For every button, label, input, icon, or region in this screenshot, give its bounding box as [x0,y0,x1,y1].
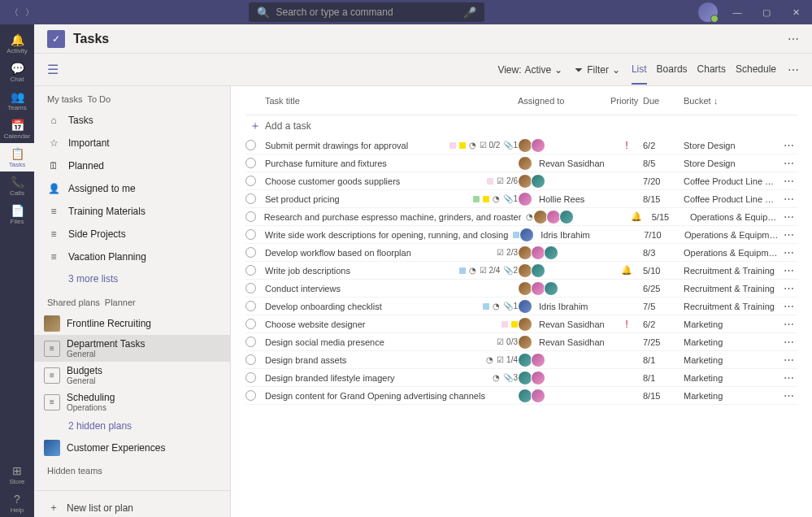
list-item-important[interactable]: ☆Important [34,132,230,154]
complete-radio[interactable] [245,176,256,186]
col-bucket[interactable]: Bucket ↓ [684,96,779,106]
due-date: 6/25 [643,284,684,293]
rail-item-store[interactable]: ⊞Store [0,460,34,489]
row-more-icon[interactable]: ⋯ [780,211,797,223]
row-more-icon[interactable]: ⋯ [779,228,797,241]
rail-label: Help [11,506,24,514]
complete-radio[interactable] [245,301,256,311]
plan-department-tasks[interactable]: ≡Department TasksGeneral [34,335,230,362]
list-item-side-projects[interactable]: ≡Side Projects [34,223,230,245]
table-row[interactable]: Choose website designer Revan Sasidhan !… [245,315,797,333]
row-more-icon[interactable]: ⋯ [779,246,797,258]
row-more-icon[interactable]: ⋯ [779,175,797,187]
rail-item-help[interactable]: ?Help [0,489,34,517]
table-row[interactable]: Design branded lifestyle imagery ◔📎3 8/1… [245,369,797,387]
complete-radio[interactable] [245,140,256,150]
table-row[interactable]: Research and purchase espresso machine, … [245,208,797,226]
complete-radio[interactable] [245,354,256,365]
complete-radio[interactable] [245,158,256,168]
list-item-assigned-to-me[interactable]: 👤Assigned to me [34,177,230,200]
row-more-icon[interactable]: ⋯ [779,318,797,330]
row-more-icon[interactable]: ⋯ [779,157,797,169]
list-item-tasks[interactable]: ⌂Tasks [34,109,230,132]
complete-radio[interactable] [245,211,256,222]
complete-radio[interactable] [245,283,256,293]
view-selector[interactable]: View: Active ⌄ [497,64,562,76]
rail-item-activity[interactable]: 🔔Activity [0,29,34,58]
close-button[interactable]: ✕ [786,2,805,22]
row-more-icon[interactable]: ⋯ [779,193,797,205]
minimize-button[interactable]: — [727,2,747,22]
table-row[interactable]: Conduct interviews 6/25 Recruitment & Tr… [245,280,797,298]
row-more-icon[interactable]: ⋯ [779,371,797,384]
complete-radio[interactable] [245,265,256,276]
plan-scheduling[interactable]: ≡SchedulingOperations [34,389,230,415]
tab-list[interactable]: List [632,63,647,85]
table-row[interactable]: Design social media presence ☑ 0/3 Revan… [245,333,797,351]
toolbar-more-icon[interactable]: ⋯ [788,63,799,76]
row-more-icon[interactable]: ⋯ [779,264,797,276]
row-more-icon[interactable]: ⋯ [779,300,797,312]
table-row[interactable]: Write side work descriptions for opening… [245,226,797,244]
plan-budgets[interactable]: ≡BudgetsGeneral [34,362,230,389]
filter-button[interactable]: ⏷ Filter ⌄ [574,64,620,76]
rail-item-files[interactable]: 📄Files [0,200,34,228]
col-title[interactable]: Task title [265,96,518,106]
rail-item-calendar[interactable]: 📅Calendar [0,115,34,143]
list-item-training-materials[interactable]: ≡Training Materials [34,200,230,223]
tab-charts[interactable]: Charts [697,63,726,85]
col-due[interactable]: Due [643,96,684,106]
maximize-button[interactable]: ▢ [757,2,776,22]
hidden-plans-link[interactable]: 2 hidden plans [34,415,230,437]
table-row[interactable]: Design content for Grand Opening adverti… [245,387,797,405]
hamburger-icon[interactable]: ☰ [47,62,59,77]
row-more-icon[interactable]: ⋯ [779,354,797,366]
complete-radio[interactable] [245,390,256,401]
filter-label: Filter [587,64,609,76]
search-input[interactable] [276,7,457,18]
row-more-icon[interactable]: ⋯ [779,389,797,402]
rail-item-teams[interactable]: 👥Teams [0,86,34,115]
table-row[interactable]: Develop onboarding checklist ◔📎1 Idris I… [245,298,797,315]
complete-radio[interactable] [245,319,256,329]
complete-radio[interactable] [245,229,256,240]
nav-forward-icon[interactable]: 〉 [25,7,34,19]
rail-item-calls[interactable]: 📞Calls [0,172,34,200]
table-row[interactable]: Submit permit drawings for approval ◔☑ 0… [245,137,797,154]
app-title: Tasks [73,32,788,46]
user-avatar[interactable] [698,2,718,22]
complete-radio[interactable] [245,337,256,347]
plan-frontline-recruiting[interactable]: Frontline Recruiting [34,312,230,335]
plan-customer-experiences[interactable]: Customer Experiences [34,437,230,459]
more-lists-link[interactable]: 3 more lists [34,268,230,289]
rail-item-chat[interactable]: 💬Chat [0,58,34,86]
add-task-row[interactable]: ＋ Add a task [245,115,797,137]
col-priority[interactable]: Priority [610,96,643,106]
header-more-icon[interactable]: ⋯ [788,33,799,46]
complete-radio[interactable] [245,247,256,258]
nav-back-icon[interactable]: 〈 [10,7,19,19]
tab-boards[interactable]: Boards [657,63,688,85]
table-row[interactable]: Design brand assets ◔☑ 1/4 8/1 Marketing… [245,351,797,369]
mic-icon[interactable]: 🎤 [463,7,476,19]
search-box[interactable]: 🔍 🎤 [249,2,484,22]
table-row[interactable]: Choose customer goods suppliers ☑ 2/6 7/… [245,172,797,190]
col-assigned[interactable]: Assigned to [518,96,610,106]
list-item-planned[interactable]: 🗓Planned [34,154,230,177]
row-more-icon[interactable]: ⋯ [779,336,797,348]
row-more-icon[interactable]: ⋯ [779,139,797,151]
table-row[interactable]: Write job descriptions ◔☑ 2/4📎2 🔔 5/10 R… [245,262,797,280]
tab-schedule[interactable]: Schedule [736,63,776,85]
complete-radio[interactable] [245,372,256,383]
rail-item-tasks[interactable]: 📋Tasks [0,143,34,172]
avatar [531,174,545,189]
hidden-teams-label[interactable]: Hidden teams [34,459,230,482]
table-row[interactable]: Set product pricing ◔📎1 Hollie Rees 8/15… [245,190,797,208]
list-item-vacation-planning[interactable]: ≡Vacation Planning [34,245,230,268]
table-row[interactable]: Purchase furniture and fixtures Revan Sa… [245,154,797,172]
new-list-button[interactable]: ＋ New list or plan [34,490,230,517]
avatar [531,389,545,403]
row-more-icon[interactable]: ⋯ [779,282,797,294]
table-row[interactable]: Develop workflow based on floorplan ☑ 2/… [245,244,797,262]
complete-radio[interactable] [245,193,256,204]
